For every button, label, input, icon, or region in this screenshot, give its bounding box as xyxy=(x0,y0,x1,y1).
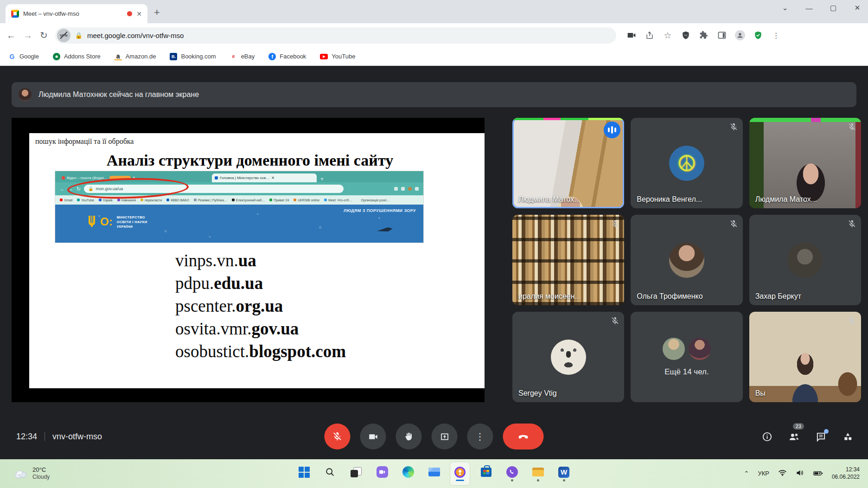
browser-tabstrip: Meet – vnv-otfw-mso ✕ + ⌄ — ▢ ✕ xyxy=(0,0,868,23)
screenshot-tab2-title: Головна | Міністерство осв… xyxy=(220,176,269,180)
back-icon: ← xyxy=(60,186,65,192)
participant-avatar xyxy=(551,340,586,375)
bookmark-star-icon[interactable]: ☆ xyxy=(663,30,673,40)
bookmark-favicon: B. xyxy=(170,53,177,60)
share-icon[interactable] xyxy=(645,30,655,40)
participant-tile[interactable]: Ещё 14 чел. xyxy=(631,312,742,402)
browser-tab[interactable]: Meet – vnv-otfw-mso ✕ xyxy=(6,4,147,23)
tab-close-icon[interactable]: ✕ xyxy=(136,11,142,17)
start-button[interactable] xyxy=(294,462,314,486)
participant-tile[interactable]: Sergey Vtig xyxy=(512,312,624,402)
bookmark-item[interactable]: f Facebook xyxy=(268,53,306,60)
bookmark-item[interactable]: a Amazon.de xyxy=(115,53,156,60)
tab-camera-icon[interactable] xyxy=(626,30,637,40)
viber-button[interactable] xyxy=(502,462,522,486)
file-explorer-button[interactable] xyxy=(528,462,548,486)
menu-kebab-icon[interactable]: ⋮ xyxy=(771,30,781,40)
participant-avatar xyxy=(669,146,704,181)
participant-name: Вероника Венгел... xyxy=(637,195,702,204)
present-screen-button[interactable] xyxy=(432,424,458,449)
domain-item: vinps.vn.ua xyxy=(175,249,346,272)
weather-widget[interactable]: 20°C Cloudy xyxy=(13,466,50,481)
side-panel-icon[interactable] xyxy=(717,30,727,40)
camera-button[interactable] xyxy=(360,424,386,449)
bookmark-icon xyxy=(401,187,405,191)
edge-button[interactable] xyxy=(398,462,418,486)
mail-button[interactable] xyxy=(424,462,444,486)
bookmark-item[interactable]: e eBay xyxy=(230,53,255,60)
search-button[interactable] xyxy=(320,462,340,486)
participant-tile[interactable]: Людмила Матох... xyxy=(749,118,861,208)
vpn-extension-icon[interactable]: VPN xyxy=(57,29,70,42)
forward-icon[interactable]: → xyxy=(23,30,32,41)
extensions-puzzle-icon[interactable] xyxy=(699,30,709,40)
slide-kicker: пошук інформації та її обробка xyxy=(35,137,134,146)
clock-text: 12:34 xyxy=(16,432,37,442)
participant-tile[interactable]: Захар Беркут xyxy=(749,215,861,305)
fish-silhouette xyxy=(377,227,393,233)
divider xyxy=(45,432,45,441)
favicon xyxy=(324,199,327,201)
raise-hand-button[interactable] xyxy=(396,424,422,449)
lock-icon[interactable]: 🔒 xyxy=(75,32,83,39)
presenter-avatar xyxy=(19,88,32,101)
participant-tile[interactable]: Вы xyxy=(749,312,861,402)
chat-app-button[interactable] xyxy=(372,462,392,486)
clock[interactable]: 12:34 06.06.2022 xyxy=(832,466,860,481)
address-bar[interactable]: VPN 🔒 meet.google.com/vnv-otfw-mso xyxy=(55,27,616,44)
volume-icon[interactable] xyxy=(796,469,804,478)
presentation-stage[interactable]: пошук інформації та її обробка Аналіз ст… xyxy=(12,118,485,402)
info-button[interactable] xyxy=(760,430,773,443)
meet-control-bar: 12:34 vnv-otfw-mso ⋮ xyxy=(0,422,868,451)
chat-notification-dot xyxy=(824,429,829,434)
bookmark-item[interactable]: G Google xyxy=(8,53,39,60)
restore-button[interactable]: ▢ xyxy=(829,4,837,12)
mic-off-button[interactable] xyxy=(325,424,351,449)
participant-avatar xyxy=(787,243,823,278)
screenshot-toolbar-icons xyxy=(394,187,419,191)
end-call-button[interactable] xyxy=(503,424,544,449)
profile-icon[interactable] xyxy=(735,30,745,40)
profile-icon xyxy=(408,187,412,191)
chat-button[interactable] xyxy=(814,430,827,443)
participant-tile[interactable]: Людмила Матох... xyxy=(512,118,624,208)
minimize-button[interactable]: — xyxy=(805,4,813,12)
meeting-info: 12:34 vnv-otfw-mso xyxy=(16,432,102,442)
url-text[interactable]: meet.google.com/vnv-otfw-mso xyxy=(87,32,184,39)
bookmark-favicon: G xyxy=(8,53,16,60)
battery-charging-icon[interactable] xyxy=(813,469,823,478)
reload-icon[interactable]: ↻ xyxy=(40,30,48,41)
back-icon[interactable]: ← xyxy=(6,30,16,41)
bookmark-item[interactable]: ★ Addons Store xyxy=(53,53,101,60)
more-options-button[interactable]: ⋮ xyxy=(467,424,493,449)
microsoft-store-button[interactable] xyxy=(476,462,496,486)
bookmark-item[interactable]: B. Booking.com xyxy=(170,53,216,60)
chevron-up-icon[interactable]: ⌃ xyxy=(744,470,749,477)
people-button[interactable]: 23 xyxy=(787,430,800,443)
mic-off-icon xyxy=(611,316,619,327)
security-shield-ok-icon[interactable] xyxy=(753,30,763,40)
new-tab-button[interactable]: + xyxy=(154,6,160,19)
bookmark-item[interactable]: ▶ YouTube xyxy=(320,53,355,60)
shield-extension-icon[interactable] xyxy=(681,30,691,40)
activities-button[interactable] xyxy=(841,430,854,443)
recording-indicator-icon xyxy=(127,11,132,16)
participant-tile[interactable]: Ольга Трофименко xyxy=(631,215,742,305)
slide-title: Аналіз структури доменного імені сайту xyxy=(29,152,471,169)
toolbar-icons: ☆ ⋮ xyxy=(626,30,781,40)
word-button[interactable]: W xyxy=(554,462,574,486)
participant-tile[interactable]: Вероника Венгел... xyxy=(631,118,742,208)
wifi-icon[interactable] xyxy=(778,469,787,478)
screenshot-bookmark: перекласти xyxy=(140,199,162,202)
screenshot-bookmarks-row: Gmail YouTube Харків Навчання перекласти… xyxy=(55,195,423,205)
close-button[interactable]: ✕ xyxy=(853,4,862,12)
screenshot-bookmark: Gmail xyxy=(60,199,72,202)
task-view-button[interactable] xyxy=(346,462,366,486)
participant-tile[interactable]: иралия моисеен... xyxy=(512,215,624,305)
presenting-banner-text: Людмила Матохнюк сейчас на главном экран… xyxy=(38,90,199,99)
security-app-button[interactable] xyxy=(450,462,470,486)
notification-blob xyxy=(109,176,131,180)
screenshot-tab-active: Головна | Міністерство осв… ✕ xyxy=(212,173,317,182)
language-indicator[interactable]: УКР xyxy=(758,470,769,477)
chevron-down-icon[interactable]: ⌄ xyxy=(781,4,789,12)
